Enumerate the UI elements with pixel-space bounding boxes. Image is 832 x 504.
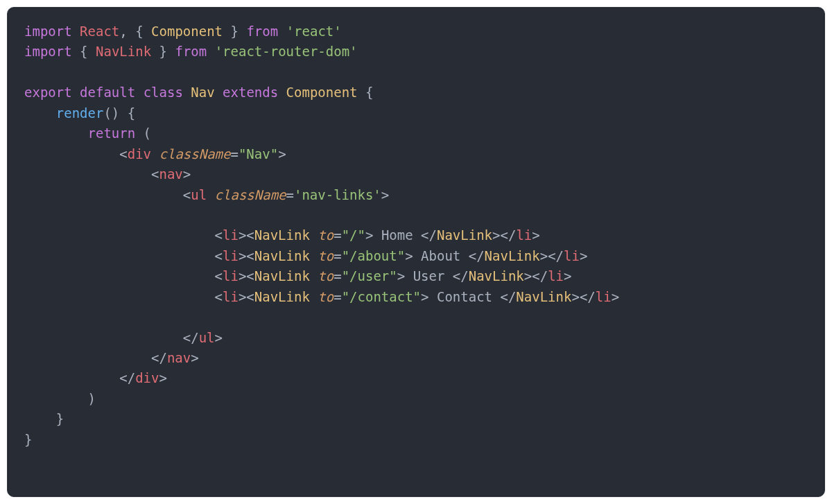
punct-gt: > [564, 268, 571, 284]
punct-lt: < [215, 227, 223, 243]
kw-class: class [144, 85, 183, 100]
kw-export: export [24, 85, 72, 100]
tag-nav: nav [159, 166, 182, 182]
code-line: render() { [24, 103, 808, 123]
punct-gt: > [524, 268, 532, 284]
space [310, 227, 318, 243]
code-block: import React, { Component } from 'react'… [7, 7, 825, 497]
code-line: </ul> [24, 328, 808, 348]
punct-ltc: </ [500, 289, 516, 304]
punct-lt: < [151, 166, 159, 182]
code-line: ) [24, 389, 808, 409]
attr-to: to [318, 227, 333, 243]
punct-eq: = [333, 248, 341, 263]
punct-eq: = [230, 146, 238, 162]
punct-ltc: </ [548, 248, 564, 263]
punct-gt: > [381, 187, 389, 202]
class-name-nav: Nav [191, 85, 214, 100]
attr-classname: className [215, 187, 286, 202]
attr-value-navlinks: 'nav-links' [294, 187, 381, 202]
link-text-home: Home [373, 227, 421, 243]
punct-gt: > [239, 248, 246, 263]
tag-li: li [596, 289, 612, 304]
tag-li: li [223, 289, 239, 304]
method-render: render [56, 105, 104, 121]
punct-gt: > [580, 248, 587, 263]
punct-ltc: </ [501, 227, 517, 243]
attr-value-root: "/" [342, 227, 365, 243]
ident-navlink: NavLink [96, 44, 151, 59]
punct-rbrace: } [231, 24, 239, 39]
code-line: <div className="Nav"> [24, 144, 808, 164]
punct-gt: > [239, 268, 246, 284]
punct-eq: = [333, 227, 341, 243]
kw-return: return [88, 125, 136, 141]
punct-gt: > [239, 289, 246, 304]
code-line-navlink-home: <li><NavLink to="/"> Home </NavLink></li… [24, 225, 808, 245]
tag-li: li [223, 248, 239, 263]
punct-eq: = [286, 187, 294, 202]
punct-ltc: </ [151, 350, 167, 365]
link-text-about: About [413, 248, 469, 263]
punct-lt: < [215, 289, 223, 304]
kw-from: from [175, 44, 207, 59]
punct-lt: < [215, 268, 223, 284]
str-react: 'react' [286, 24, 342, 39]
attr-to: to [318, 268, 333, 284]
code-line-blank [24, 205, 808, 225]
code-line-navlink-user: <li><NavLink to="/user"> User </NavLink>… [24, 266, 808, 286]
kw-from: from [246, 24, 278, 39]
str-router: 'react-router-dom' [215, 44, 358, 59]
space [310, 248, 318, 263]
punct-gt: > [405, 248, 413, 263]
punct-lt: < [215, 248, 223, 263]
attr-value-about: "/about" [342, 248, 406, 263]
ident-component: Component [151, 24, 223, 39]
attr-value-user: "/user" [342, 268, 397, 284]
punct-ltc: </ [469, 248, 485, 263]
space [207, 187, 214, 202]
attr-to: to [318, 289, 333, 304]
punct-lparen: ( [144, 125, 151, 141]
punct-gt: > [239, 227, 246, 243]
link-text-user: User [405, 268, 453, 284]
punct-gt: > [365, 227, 373, 243]
code-line: </nav> [24, 348, 808, 368]
punct-gt: > [183, 166, 191, 182]
kw-default: default [80, 85, 135, 100]
punct-gt: > [492, 227, 500, 243]
tag-li: li [223, 268, 239, 284]
attr-value-contact: "/contact" [342, 289, 421, 304]
punct-lbrace: { [135, 24, 143, 39]
punct-gt: > [397, 268, 405, 284]
punct-gt: > [159, 370, 167, 385]
tag-li: li [564, 248, 580, 263]
punct-ltc: </ [421, 227, 437, 243]
punct-rbrace: } [159, 44, 167, 59]
tag-ul: ul [191, 187, 207, 202]
tag-li: li [516, 227, 532, 243]
code-line-navlink-about: <li><NavLink to="/about"> About </NavLin… [24, 246, 808, 266]
punct-gt: > [421, 289, 428, 304]
code-line: } [24, 409, 808, 429]
code-line: export default class Nav extends Compone… [24, 82, 808, 103]
tag-li: li [223, 227, 239, 243]
tag-li: li [548, 268, 564, 284]
punct-lt: < [119, 146, 127, 162]
punct-gt: > [191, 350, 198, 365]
punct-rparen: ) [88, 391, 96, 406]
kw-import: import [24, 44, 72, 59]
punct-gt: > [571, 289, 579, 304]
punct-ltc: </ [183, 330, 199, 345]
code-line: return ( [24, 123, 808, 144]
punct-gt: > [532, 227, 539, 243]
punct-rbrace: } [24, 432, 32, 447]
ident-react: React [80, 24, 119, 39]
punct-lt: < [246, 268, 254, 284]
tag-navlink: NavLink [254, 248, 310, 263]
attr-value-nav: "Nav" [239, 146, 278, 162]
link-text-contact: Contact [429, 289, 501, 304]
tag-div: div [135, 370, 159, 385]
kw-import: import [24, 24, 72, 39]
punct-lt: < [246, 289, 254, 304]
